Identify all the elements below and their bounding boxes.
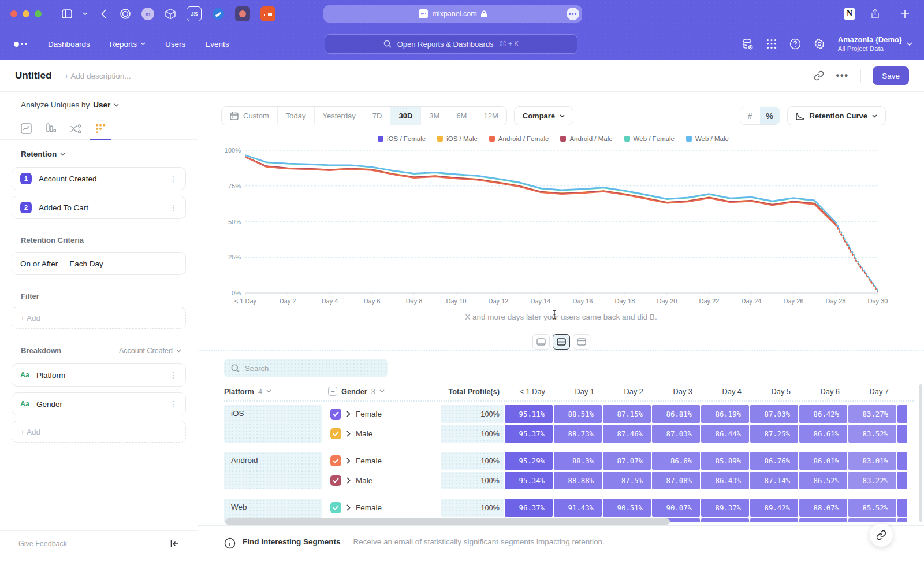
retention-value-cell[interactable]: 85.52% [848, 499, 896, 517]
range-button-7d[interactable]: 7D [364, 107, 391, 125]
nav-item-users[interactable]: Users [165, 40, 185, 49]
retention-value-cell[interactable]: 83.01% [848, 452, 896, 470]
day-column-header[interactable]: Day 7 [848, 387, 897, 396]
retention-value-cell[interactable]: 87.07% [603, 452, 651, 470]
retention-value-cell[interactable]: 89.44% [750, 518, 798, 522]
retention-value-cell[interactable]: 86.6% [652, 452, 700, 470]
legend-item[interactable]: Android / Female [489, 135, 549, 142]
chevron-right-icon[interactable] [346, 411, 351, 417]
retention-value-cell[interactable]: 86.52% [799, 472, 847, 489]
percent-toggle[interactable]: % [760, 107, 780, 124]
retention-value-cell[interactable]: 86.44% [701, 425, 749, 443]
chevron-down-icon[interactable] [83, 12, 88, 16]
copy-link-icon[interactable] [814, 70, 824, 81]
apps-grid-icon[interactable] [766, 39, 777, 49]
chart-type-dropdown[interactable]: Retention Curve [787, 106, 886, 125]
retention-criteria-card[interactable]: On or After Each Day [12, 252, 186, 275]
share-icon[interactable] [871, 9, 880, 19]
retention-value-cell[interactable]: 87.03% [652, 425, 700, 443]
gender-cell[interactable]: Male [328, 428, 441, 439]
breakdown-scope-dropdown[interactable]: Account Created [119, 347, 181, 355]
table-search-input[interactable]: Search [224, 359, 388, 377]
retention-value-cell[interactable]: 87.46% [603, 425, 651, 443]
retention-value-cell[interactable]: 89.42% [750, 499, 798, 517]
retention-value-cell[interactable]: 95.34% [505, 472, 553, 489]
tab-flows[interactable] [70, 123, 81, 135]
range-button-custom[interactable]: Custom [222, 107, 278, 125]
gender-cell[interactable]: Male [328, 475, 441, 486]
range-button-yesterday[interactable]: Yesterday [315, 107, 364, 125]
retention-value-cell[interactable]: 95.29% [505, 452, 553, 470]
absolute-numbers-toggle[interactable]: # [740, 107, 760, 124]
notion-icon[interactable]: N [844, 8, 855, 20]
step-options-icon[interactable]: ⋮ [169, 174, 177, 183]
report-description-placeholder[interactable]: + Add description... [64, 72, 131, 80]
retention-value-cell[interactable]: 87.15% [603, 405, 651, 423]
legend-item[interactable]: Web / Male [686, 135, 729, 142]
global-search-input[interactable]: Open Reports & Dashboards ⌘ + K [325, 34, 578, 54]
day-column-header[interactable]: Day 6 [799, 387, 848, 396]
gender-cell[interactable]: Female [328, 502, 441, 513]
range-button-12m[interactable]: 12M [475, 107, 506, 125]
chevron-right-icon[interactable] [346, 458, 351, 464]
mixpanel-logo-icon[interactable] [14, 42, 27, 47]
retention-value-cell[interactable]: 87.5% [603, 472, 651, 489]
series-checkbox[interactable] [330, 455, 341, 466]
retention-line-chart[interactable]: 0%25%50%75%100%< 1 DayDay 2Day 4Day 6Day… [215, 146, 891, 307]
extension-circle-icon[interactable] [120, 8, 131, 20]
vertical-scrollbar[interactable] [919, 384, 922, 522]
extension-bird-icon[interactable] [212, 8, 225, 20]
maximize-window-button[interactable] [35, 10, 42, 17]
window-controls[interactable] [10, 10, 42, 17]
retention-value-cell[interactable]: 86.61% [799, 425, 847, 443]
day-column-header[interactable]: Day 1 [553, 387, 602, 396]
address-bar[interactable]: mixpanel.com ••• [323, 5, 582, 23]
retention-value-cell[interactable]: 87.14% [750, 472, 798, 489]
retention-value-cell[interactable]: 90.51% [603, 499, 651, 517]
total-profiles-header[interactable]: Total Profile(s) [441, 387, 504, 396]
analyze-value-dropdown[interactable]: User [93, 101, 110, 109]
gender-column-header[interactable]: − Gender 3 [328, 387, 441, 396]
extension-soundcloud-icon[interactable] [260, 6, 275, 21]
legend-item[interactable]: iOS / Female [378, 135, 426, 142]
new-tab-icon[interactable] [900, 9, 910, 18]
retention-value-cell[interactable]: 87.03% [750, 405, 798, 423]
retention-value-cell[interactable]: 83.52% [848, 425, 896, 443]
retention-step-b[interactable]: 2 Added To Cart ⋮ [12, 196, 186, 219]
retention-value-cell[interactable]: 88.51% [554, 405, 602, 423]
add-filter-button[interactable]: + Add [12, 307, 186, 329]
retention-value-cell[interactable]: 86.42% [799, 405, 847, 423]
report-title[interactable]: Untitled [15, 70, 51, 81]
data-management-icon[interactable] [742, 38, 754, 50]
sidebar-toggle-icon[interactable] [62, 9, 72, 18]
chevron-right-icon[interactable] [346, 504, 351, 511]
retention-value-cell[interactable]: 87.25% [750, 425, 798, 443]
tab-funnels[interactable] [45, 123, 57, 135]
minimize-window-button[interactable] [23, 10, 29, 17]
retention-value-cell[interactable]: 88.88% [554, 472, 602, 489]
legend-item[interactable]: iOS / Male [437, 135, 478, 142]
retention-value-cell[interactable]: 86.19% [701, 405, 749, 423]
extension-read-icon[interactable] [235, 6, 250, 21]
breakdown-gender[interactable]: Aa Gender ⋮ [12, 392, 186, 415]
gender-cell[interactable]: Female [328, 455, 441, 466]
retention-step-a[interactable]: 1 Account Created ⋮ [12, 167, 186, 190]
retention-section-header[interactable]: Retention [21, 150, 65, 158]
range-button-3m[interactable]: 3M [421, 107, 448, 125]
nav-item-events[interactable]: Events [205, 40, 229, 49]
breakdown-options-icon[interactable]: ⋮ [169, 370, 177, 380]
tab-insights[interactable] [20, 123, 32, 135]
retention-value-cell[interactable]: 90.07% [652, 499, 700, 517]
chart-only-view-button[interactable] [532, 334, 550, 350]
retention-value-cell[interactable]: 96.37% [505, 499, 553, 517]
site-options-icon[interactable]: ••• [567, 8, 579, 20]
breakdown-platform[interactable]: Aa Platform ⋮ [12, 363, 186, 387]
tab-retention[interactable] [95, 123, 106, 135]
collapse-sidebar-icon[interactable] [170, 540, 179, 548]
step-options-icon[interactable]: ⋮ [169, 203, 177, 212]
retention-value-cell[interactable]: 95.11% [505, 405, 553, 423]
indeterminate-checkbox[interactable]: − [328, 387, 337, 396]
chevron-right-icon[interactable] [346, 477, 351, 484]
criteria-type[interactable]: On or After [20, 259, 58, 268]
retention-value-cell[interactable]: 88.73% [554, 425, 602, 443]
